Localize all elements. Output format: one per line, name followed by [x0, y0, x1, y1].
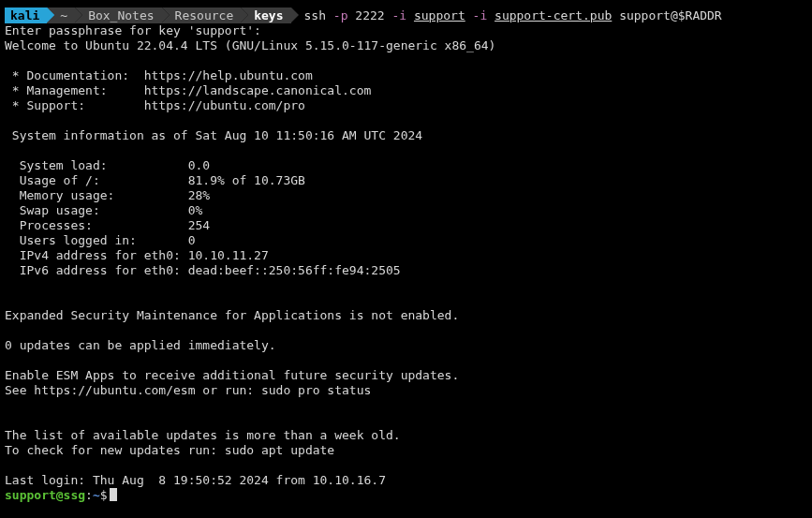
path-text: ~: [60, 8, 67, 23]
remote-user-host: support@ssg: [5, 488, 85, 502]
cmd-flag-i1: -i: [391, 8, 406, 22]
remote-colon: :: [85, 488, 93, 502]
command-input[interactable]: ssh -p 2222 -i support -i support-cert.p…: [304, 8, 722, 23]
cmd-exe: ssh: [304, 8, 326, 22]
cursor-block: [110, 488, 117, 501]
cmd-flag-i2: -i: [473, 8, 488, 22]
terminal-output: Enter passphrase for key 'support': Welc…: [5, 23, 812, 488]
cmd-keyfile-2: support-cert.pub: [495, 8, 612, 22]
path-text: Resource: [175, 8, 234, 23]
local-prompt-line: kali ~ Box_Notes Resource keys ssh -p 22…: [5, 7, 812, 23]
remote-path: ~: [93, 488, 100, 502]
terminal-window[interactable]: kali ~ Box_Notes Resource keys ssh -p 22…: [0, 0, 812, 503]
cmd-flag-p: -p: [333, 8, 348, 22]
path-text: Box_Notes: [88, 8, 154, 23]
prompt-path-segment-2: Resource: [162, 7, 242, 23]
cmd-target: support@$RADDR: [619, 8, 722, 22]
prompt-host-segment: kali: [5, 7, 47, 23]
cmd-port: 2222: [355, 8, 384, 22]
remote-dollar: $: [100, 488, 108, 502]
remote-prompt-line[interactable]: support@ssg:~$: [5, 488, 812, 503]
cmd-keyfile-1: support: [414, 8, 465, 22]
path-text: keys: [254, 8, 283, 23]
prompt-path-segment-1: Box_Notes: [75, 7, 161, 23]
